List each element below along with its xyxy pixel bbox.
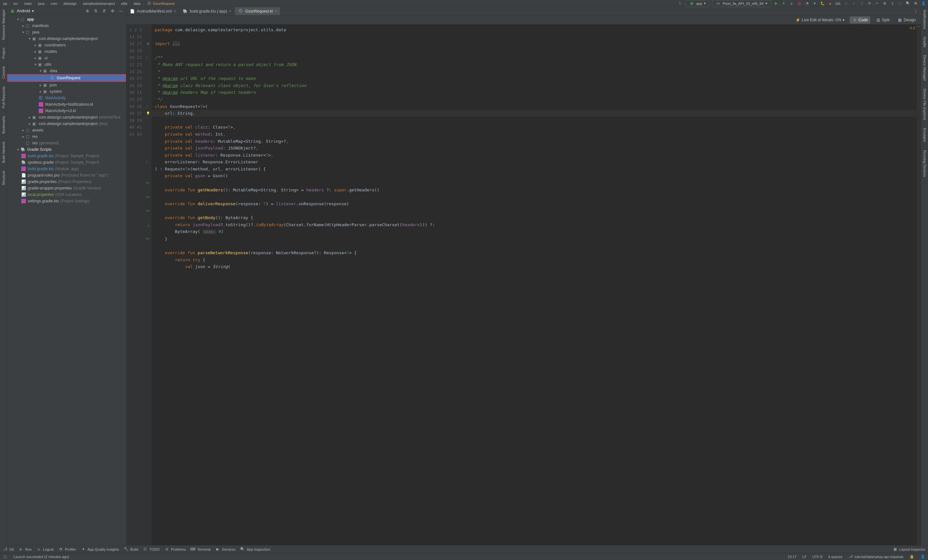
tree-app[interactable]: ▾▢app [7, 16, 126, 23]
tree-utils[interactable]: ▾▣utils [7, 61, 126, 68]
tree-mainactivity[interactable]: ⒸMainActivity [7, 95, 126, 101]
indent[interactable]: 4 spaces [828, 555, 842, 559]
tree-buildgradle-module[interactable]: build.gradle.kts(Module :app) [7, 166, 126, 172]
tree-gsonrequest[interactable]: ⒸGsonRequest [7, 74, 126, 82]
commit-icon[interactable]: ✓ [851, 1, 856, 6]
warnings-badge[interactable]: ⚠ 2 ˄ ˅ [909, 26, 920, 30]
close-icon[interactable]: × [275, 9, 277, 14]
select-file-icon[interactable]: ⊕ [85, 8, 90, 14]
crumb[interactable]: data [132, 2, 142, 6]
crumb[interactable]: delasign [62, 2, 78, 6]
sdk-manager-icon[interactable]: ⬚ [898, 1, 903, 6]
tree-json[interactable]: ▸▣json [7, 82, 126, 88]
crumb[interactable]: utils [120, 2, 129, 6]
tree-java[interactable]: ▾▢java [7, 29, 126, 35]
tool-project[interactable]: Project [2, 48, 6, 59]
tool-device-file-explorer[interactable]: Device File Explorer [923, 88, 927, 120]
crumb[interactable]: samplestarterproject [82, 2, 116, 6]
attach-debugger-icon[interactable]: ⬆ [781, 1, 786, 6]
chevron-down-icon[interactable]: ˅ [918, 26, 920, 30]
tree-spotless[interactable]: 🐘spotless.gradle(Project: Sample_Project… [7, 159, 126, 166]
tree-system[interactable]: ▸▣system [7, 88, 126, 95]
view-design[interactable]: ▦ Design [895, 17, 918, 23]
tool-structure[interactable]: Structure [2, 171, 6, 185]
crumb[interactable]: main [23, 2, 33, 6]
btool-problems[interactable]: ⊘Problems [164, 547, 186, 552]
tree-gradle-scripts[interactable]: ▾🐘Gradle Scripts [7, 146, 126, 153]
history-icon[interactable]: ⟳ [867, 1, 872, 6]
crumb[interactable]: src [12, 2, 19, 6]
chevron-down-icon[interactable]: ▾ [32, 9, 34, 13]
btool-terminal[interactable]: ⌨Terminal [190, 547, 211, 552]
tool-gradle[interactable]: Gradle [923, 37, 927, 47]
tree-pkg-main[interactable]: ▾▣com.delasign.samplestarterproject [7, 35, 126, 42]
code-editor[interactable]: package package com.delasign.samplestart… [151, 24, 916, 545]
btool-services[interactable]: ▶Services [215, 547, 235, 552]
btool-run[interactable]: ▶Run [18, 547, 32, 552]
rollback-icon[interactable]: ⤺ [875, 1, 880, 6]
tree-coordinators[interactable]: ▸▣coordinators [7, 42, 126, 48]
tool-resource-manager[interactable]: Resource Manager [2, 10, 6, 40]
tree-assets[interactable]: ▸▢assets [7, 127, 126, 133]
tree-manifests[interactable]: ▸▢manifests [7, 23, 126, 29]
tree-res[interactable]: ▸▢res [7, 133, 126, 140]
tree-ui[interactable]: ▸▣ui [7, 55, 126, 61]
debug-icon[interactable]: 🐞 [797, 1, 802, 6]
btool-profiler[interactable]: ◔Profiler [58, 547, 76, 552]
activity-icon[interactable]: ⧉ [882, 1, 887, 6]
tree-data[interactable]: ▾▣data [7, 68, 126, 74]
tab-gsonrequest[interactable]: Ⓒ GsonRequest.kt × [235, 7, 281, 15]
line-gutter[interactable]: 1 2 3 14 15 16 17 18 19 20 21 22 23 24 2… [127, 24, 145, 545]
lock-icon[interactable]: 🔒 [909, 554, 914, 559]
tool-notifications[interactable]: Notifications [923, 10, 927, 29]
more-run-icon[interactable]: ▾ [812, 1, 817, 6]
btool-git[interactable]: ⎇Git [3, 547, 14, 552]
project-tree[interactable]: ▾▢app ▸▢manifests ▾▢java ▾▣com.delasign.… [7, 15, 126, 545]
stop-icon[interactable]: ■ [828, 1, 833, 6]
override-icon[interactable]: o↑ [145, 193, 151, 201]
tree-buildgradle-project[interactable]: build.gradle.kts(Project: Sample_Project… [7, 153, 126, 159]
crumb[interactable]: com [49, 2, 59, 6]
btool-layout-inspector[interactable]: ▦Layout Inspector [893, 547, 925, 552]
avatar-icon[interactable]: 👤 [921, 1, 926, 6]
tool-build-variants[interactable]: Build Variants [2, 142, 6, 163]
device-selector[interactable]: ▭ Pixel_3a_API_33_x86_64 ▾ [712, 0, 771, 7]
tool-running-devices[interactable]: Running Devices [923, 150, 927, 177]
expand-icon[interactable]: ⇅ [93, 8, 98, 14]
tabs-overflow-icon[interactable]: ⋮ [911, 9, 921, 14]
tab-manifest[interactable]: 📄 AndroidManifest.xml × [127, 7, 180, 15]
tree-settings-gradle[interactable]: settings.gradle.kts(Project Settings) [7, 198, 126, 204]
push-icon[interactable]: ↗ [859, 1, 864, 6]
tool-device-manager[interactable]: Device Manager [923, 55, 927, 81]
crumb[interactable]: java [37, 2, 46, 6]
profile-icon[interactable]: ◔ [804, 1, 810, 6]
encoding[interactable]: UTF-8 [812, 555, 822, 559]
override-icon[interactable]: o↑ [145, 235, 151, 242]
editor-markers[interactable]: ⚠ 2 ˄ ˅ [916, 24, 921, 545]
view-code[interactable]: ≡ Code [850, 17, 871, 23]
tab-buildgradle[interactable]: 🐘 build.gradle.kts (:app) × [180, 7, 235, 15]
status-icon[interactable]: ▢ [3, 554, 8, 559]
tree-models[interactable]: ▸▣models [7, 48, 126, 55]
tree-gradle-wrapper[interactable]: 📊gradle-wrapper.properties(Gradle Versio… [7, 185, 126, 192]
btool-logcat[interactable]: ≡Logcat [36, 547, 53, 552]
device-mirror-icon[interactable]: ▯ [890, 1, 895, 6]
tree-mainactivity-notif[interactable]: MainActivity+Notifications.kt [7, 101, 126, 108]
collapse-icon[interactable]: ⇵ [102, 8, 107, 14]
tool-emulator[interactable]: Emulator [923, 128, 927, 142]
search-icon[interactable]: 🔍 [905, 1, 911, 6]
tool-bookmarks[interactable]: Bookmarks [2, 116, 6, 134]
close-icon[interactable]: × [174, 9, 176, 14]
bulb-icon[interactable]: 💡 [145, 110, 151, 117]
run-config-selector[interactable]: ▣ app ▾ [685, 0, 710, 7]
person-icon[interactable]: 👤 [920, 554, 925, 559]
line-separator[interactable]: LF [802, 555, 806, 559]
tool-commit[interactable]: Commit [2, 66, 6, 79]
run-icon[interactable]: ▶ [774, 1, 779, 6]
crumb-active[interactable]: Ⓒ GsonRequest [145, 1, 176, 6]
git-branch[interactable]: ⎇ tutorial/data/setup-api-requests [848, 554, 904, 559]
gear-icon[interactable]: ⚙ [110, 8, 115, 14]
hide-icon[interactable]: — [118, 8, 124, 14]
btool-quality[interactable]: ✦App Quality Insights [81, 547, 119, 552]
crumb[interactable]: pp [2, 2, 8, 6]
